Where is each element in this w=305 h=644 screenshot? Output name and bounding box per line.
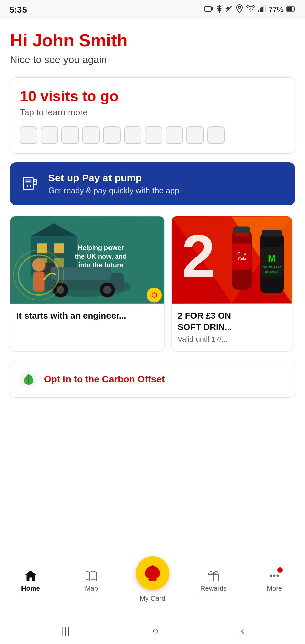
drinks-card-valid: Valid until 17/... xyxy=(178,335,286,344)
visits-dots xyxy=(20,126,285,144)
visit-dot xyxy=(82,126,100,144)
status-icons: 77% xyxy=(204,4,296,15)
svg-text:⬡: ⬡ xyxy=(151,292,157,299)
promo-card-drinks[interactable]: 2 Coca Cola M xyxy=(171,216,292,352)
visit-dot xyxy=(103,126,121,144)
svg-rect-8 xyxy=(263,6,264,12)
opt-in-text: Opt in to the Carbon Offset xyxy=(44,373,165,385)
status-bar: 5:35 xyxy=(0,0,305,19)
svg-text:Coca: Coca xyxy=(237,251,246,256)
greeting-subtitle: Nice to see you again xyxy=(10,54,295,65)
status-time: 5:35 xyxy=(9,5,27,15)
map-icon xyxy=(84,569,98,583)
svg-rect-19 xyxy=(54,243,64,253)
gift-icon xyxy=(207,569,221,583)
svg-point-65 xyxy=(277,575,279,577)
svg-rect-45 xyxy=(235,233,249,237)
android-recents[interactable]: ||| xyxy=(61,625,71,636)
battery-icon xyxy=(286,5,296,14)
svg-rect-6 xyxy=(260,8,261,12)
svg-text:ENERGY: ENERGY xyxy=(265,270,279,273)
visit-dot xyxy=(20,126,37,144)
pump-text-block: Set up Pay at pump Get ready & pay quick… xyxy=(48,172,179,195)
svg-point-30 xyxy=(32,258,46,272)
wifi-icon xyxy=(246,5,255,14)
nav-mycard-label: My Card xyxy=(140,595,165,602)
nav-map[interactable]: Map xyxy=(61,569,122,592)
pump-subtitle: Get ready & pay quickly with the app xyxy=(48,186,179,195)
nav-mycard[interactable]: My Card xyxy=(122,556,183,602)
pump-title: Set up Pay at pump xyxy=(48,172,179,184)
svg-rect-11 xyxy=(287,7,292,11)
battery-level: 77% xyxy=(269,5,284,14)
ev-card-image: Helping power the UK now, and into the f… xyxy=(10,216,164,304)
svg-rect-18 xyxy=(37,243,47,253)
promo-cards-row: Helping power the UK now, and into the f… xyxy=(10,216,295,352)
leaf-icon xyxy=(20,371,37,388)
more-icon xyxy=(267,569,281,583)
svg-rect-9 xyxy=(265,5,266,12)
opt-in-label: Opt in to the Carbon Offset xyxy=(44,374,165,384)
more-notification-dot xyxy=(277,567,283,573)
visit-dot xyxy=(124,126,141,144)
svg-rect-31 xyxy=(33,272,45,292)
svg-rect-5 xyxy=(258,10,259,12)
shell-circle-button[interactable] xyxy=(136,556,169,590)
svg-rect-44 xyxy=(233,227,250,233)
svg-text:2: 2 xyxy=(182,222,215,289)
bluetooth-icon xyxy=(216,4,222,15)
visit-dot xyxy=(186,126,204,144)
svg-text:M: M xyxy=(268,253,276,264)
mute-icon xyxy=(225,5,233,15)
opt-in-card[interactable]: Opt in to the Carbon Offset xyxy=(10,361,295,398)
svg-point-29 xyxy=(103,286,112,294)
ev-card-title: It starts with an engineer... xyxy=(16,310,158,322)
greeting-section: Hi John Smith Nice to see you again xyxy=(10,31,295,65)
main-content: Hi John Smith Nice to see you again 10 v… xyxy=(0,19,305,451)
pump-icon xyxy=(19,173,41,195)
visit-dot xyxy=(166,126,183,144)
nav-rewards[interactable]: Rewards xyxy=(183,569,244,592)
visit-dot xyxy=(61,126,79,144)
drinks-card-title: 2 FOR £3 ONSOFT DRIN... xyxy=(178,310,286,333)
visits-subtitle: Tap to learn more xyxy=(20,107,285,118)
nav-home-label: Home xyxy=(21,585,40,592)
svg-text:MONSTER: MONSTER xyxy=(263,265,281,269)
visit-dot xyxy=(207,126,225,144)
greeting-name: Hi John Smith xyxy=(10,31,295,50)
bottom-nav: Home Map xyxy=(0,564,305,617)
location-icon xyxy=(236,4,243,15)
svg-text:Helping power: Helping power xyxy=(78,244,124,251)
nav-map-label: Map xyxy=(85,585,98,592)
signal-icon xyxy=(258,5,266,14)
nav-more-label: More xyxy=(267,585,282,592)
nav-rewards-label: Rewards xyxy=(200,585,227,592)
android-back[interactable]: ‹ xyxy=(241,625,244,637)
svg-text:Cola: Cola xyxy=(238,256,246,261)
visits-card[interactable]: 10 visits to go Tap to learn more xyxy=(10,77,295,154)
svg-point-4 xyxy=(238,6,241,8)
android-nav-bar: ||| ○ ‹ xyxy=(0,617,305,644)
ev-card-body: It starts with an engineer... xyxy=(10,304,164,331)
android-home[interactable]: ○ xyxy=(152,625,159,637)
svg-text:into the future: into the future xyxy=(78,261,123,269)
svg-marker-56 xyxy=(86,571,97,580)
drinks-card-body: 2 FOR £3 ONSOFT DRIN... Valid until 17/.… xyxy=(172,304,292,351)
nav-more[interactable]: More xyxy=(244,569,305,592)
svg-point-59 xyxy=(148,578,157,581)
visit-dot xyxy=(41,126,58,144)
svg-rect-50 xyxy=(262,230,282,237)
promo-card-ev[interactable]: Helping power the UK now, and into the f… xyxy=(10,216,165,352)
visit-dot xyxy=(145,126,162,144)
svg-point-63 xyxy=(270,575,272,577)
svg-rect-7 xyxy=(261,7,263,12)
camera-icon xyxy=(204,5,214,14)
svg-rect-0 xyxy=(205,6,211,11)
pay-pump-banner[interactable]: Set up Pay at pump Get ready & pay quick… xyxy=(10,162,295,205)
visits-title: 10 visits to go xyxy=(20,88,285,105)
svg-text:the UK now, and: the UK now, and xyxy=(75,253,127,260)
home-icon xyxy=(24,569,38,583)
nav-home[interactable]: Home xyxy=(0,569,61,592)
drinks-card-image: 2 Coca Cola M xyxy=(172,216,292,304)
svg-point-64 xyxy=(273,575,276,577)
